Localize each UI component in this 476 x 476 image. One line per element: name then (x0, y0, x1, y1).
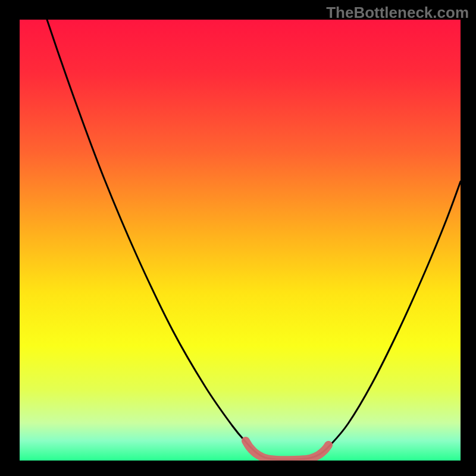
chart-frame: TheBottleneck.com (0, 0, 476, 476)
bottleneck-chart (0, 0, 476, 476)
plot-background (20, 20, 461, 461)
attribution-label: TheBottleneck.com (326, 4, 469, 22)
